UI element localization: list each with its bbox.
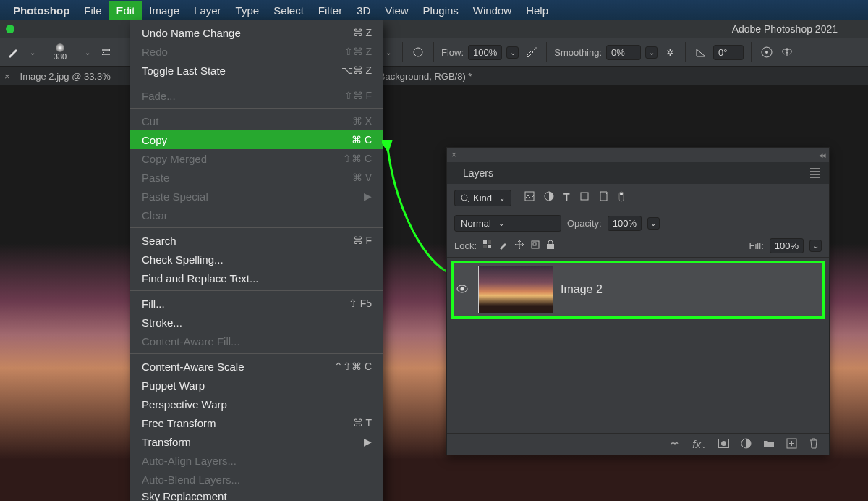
- symmetry-butterfly-icon[interactable]: [779, 44, 795, 60]
- blend-mode-select[interactable]: Normal: [454, 215, 561, 232]
- adjustment-layer-icon[interactable]: [741, 438, 752, 451]
- opacity-value[interactable]: 100%: [608, 216, 642, 231]
- menu-item-check-spelling[interactable]: Check Spelling...: [130, 250, 383, 269]
- app-menu[interactable]: Photoshop: [6, 1, 77, 20]
- layers-tab[interactable]: Layers: [456, 163, 501, 183]
- menu-item-cut: Cut⌘ X: [130, 111, 383, 130]
- opacity-dropdown[interactable]: ⌄: [647, 217, 660, 230]
- brush-settings-icon[interactable]: [98, 44, 114, 60]
- smoothing-dropdown[interactable]: ⌄: [645, 46, 658, 59]
- svg-point-5: [461, 195, 467, 201]
- airbrush-icon[interactable]: [523, 44, 539, 60]
- panel-close-icon[interactable]: ×: [451, 150, 456, 160]
- layer-name[interactable]: Image 2: [561, 283, 603, 296]
- layer-visibility-eye-icon[interactable]: [454, 283, 471, 296]
- menu-view[interactable]: View: [378, 1, 415, 20]
- lock-image-icon[interactable]: [498, 240, 509, 252]
- document-tab-2[interactable]: Background, RGB/8) *: [373, 68, 478, 85]
- lock-transparent-icon[interactable]: [482, 240, 493, 252]
- tool-preset-dropdown[interactable]: [26, 46, 39, 59]
- flow-value[interactable]: 100%: [468, 45, 502, 60]
- mode-dropdown[interactable]: [382, 46, 395, 59]
- menu-item-clear: Clear: [130, 206, 383, 224]
- menu-item-stroke[interactable]: Stroke...: [130, 313, 383, 332]
- layer-mask-icon[interactable]: [718, 438, 729, 450]
- menu-item-search[interactable]: Search⌘ F: [130, 231, 383, 250]
- menu-select[interactable]: Select: [266, 1, 311, 20]
- filter-type-icon[interactable]: T: [563, 191, 570, 205]
- filter-adjust-icon[interactable]: [544, 191, 554, 205]
- menu-item-auto-align-layers: Auto-Align Layers...: [130, 451, 383, 470]
- menu-item-transform[interactable]: Transform▶: [130, 432, 383, 451]
- menu-item-fade: Fade...⇧⌘ F: [130, 86, 383, 105]
- svg-rect-9: [581, 193, 588, 200]
- brush-preview[interactable]: 330: [43, 42, 77, 62]
- pressure-size-icon[interactable]: [759, 44, 775, 60]
- lock-artboard-icon[interactable]: [530, 240, 540, 252]
- fill-label: Fill:: [749, 240, 764, 251]
- group-layers-icon[interactable]: [763, 438, 775, 450]
- panel-menu-icon[interactable]: [810, 168, 820, 178]
- tab-close-icon[interactable]: ×: [4, 71, 10, 82]
- brush-dropdown[interactable]: [81, 46, 94, 59]
- layer-fx-icon[interactable]: fx⌄: [692, 438, 707, 450]
- menu-layer[interactable]: Layer: [187, 1, 229, 20]
- layer-filter-kind[interactable]: Kind: [454, 190, 511, 206]
- angle-value[interactable]: 0°: [713, 45, 744, 60]
- layers-panel: × ◂◂ Layers Kind T Normal Opacity: 100% …: [446, 147, 830, 455]
- menu-edit[interactable]: Edit: [109, 1, 142, 20]
- menu-item-free-transform[interactable]: Free Transform⌘ T: [130, 413, 383, 432]
- svg-point-1: [534, 49, 535, 50]
- menu-item-sky-replacement[interactable]: Sky Replacement: [130, 489, 383, 501]
- filter-smart-icon[interactable]: [599, 191, 608, 205]
- menu-bar: PhotoshopFileEditImageLayerTypeSelectFil…: [0, 0, 868, 20]
- opacity-pressure-icon[interactable]: [410, 44, 426, 60]
- link-layers-icon[interactable]: [669, 438, 681, 450]
- menu-item-copy-merged: Copy Merged⇧⌘ C: [130, 149, 383, 168]
- filter-toggle-icon[interactable]: [618, 191, 625, 205]
- menu-type[interactable]: Type: [229, 1, 267, 20]
- brush-tool-icon[interactable]: [6, 44, 22, 60]
- menu-item-auto-blend-layers: Auto-Blend Layers...: [130, 470, 383, 489]
- menu-item-puppet-warp[interactable]: Puppet Warp: [130, 376, 383, 395]
- menu-3d[interactable]: 3D: [349, 1, 378, 20]
- menu-image[interactable]: Image: [142, 1, 187, 20]
- lock-all-icon[interactable]: [546, 240, 555, 252]
- delete-layer-trash-icon[interactable]: [809, 438, 819, 451]
- menu-item-toggle-last-state[interactable]: Toggle Last State⌥⌘ Z: [130, 61, 383, 80]
- fill-dropdown[interactable]: ⌄: [809, 240, 822, 252]
- svg-point-11: [620, 193, 623, 195]
- menu-item-fill[interactable]: Fill...⇧ F5: [130, 294, 383, 313]
- filter-shape-icon[interactable]: [579, 191, 590, 205]
- menu-item-perspective-warp[interactable]: Perspective Warp: [130, 395, 383, 413]
- menu-filter[interactable]: Filter: [311, 1, 349, 20]
- menu-help[interactable]: Help: [519, 1, 556, 20]
- lock-position-icon[interactable]: [514, 240, 524, 252]
- menu-item-copy[interactable]: Copy⌘ C: [130, 130, 383, 149]
- svg-point-2: [536, 47, 537, 48]
- fill-value[interactable]: 100%: [770, 238, 804, 253]
- flow-dropdown[interactable]: ⌄: [506, 46, 519, 59]
- menu-item-redo: Redo⇧⌘ Z: [130, 42, 383, 61]
- svg-rect-12: [483, 240, 487, 244]
- smoothing-settings-gear-icon[interactable]: ✲: [662, 44, 678, 60]
- svg-rect-15: [483, 245, 487, 248]
- menu-item-undo-name-change[interactable]: Undo Name Change⌘ Z: [130, 23, 383, 42]
- panel-collapse-icon[interactable]: ◂◂: [819, 151, 825, 160]
- menu-item-find-and-replace-text[interactable]: Find and Replace Text...: [130, 269, 383, 287]
- window-close-dot[interactable]: [6, 25, 14, 33]
- new-layer-icon[interactable]: [786, 438, 797, 451]
- filter-pixel-icon[interactable]: [524, 191, 535, 205]
- menu-plugins[interactable]: Plugins: [416, 1, 466, 20]
- svg-rect-18: [547, 244, 554, 249]
- layer-thumbnail[interactable]: [478, 266, 553, 313]
- svg-rect-7: [525, 192, 534, 201]
- document-tab-1[interactable]: Image 2.jpg @ 33.3%: [14, 68, 116, 85]
- menu-window[interactable]: Window: [466, 1, 519, 20]
- smoothing-value[interactable]: 0%: [606, 45, 641, 60]
- menu-file[interactable]: File: [77, 1, 109, 20]
- menu-item-content-aware-scale[interactable]: Content-Aware Scale⌃⇧⌘ C: [130, 357, 383, 376]
- edit-menu-dropdown: Undo Name Change⌘ ZRedo⇧⌘ ZToggle Last S…: [130, 20, 383, 501]
- svg-line-6: [467, 200, 469, 202]
- layer-row[interactable]: Image 2: [451, 261, 825, 319]
